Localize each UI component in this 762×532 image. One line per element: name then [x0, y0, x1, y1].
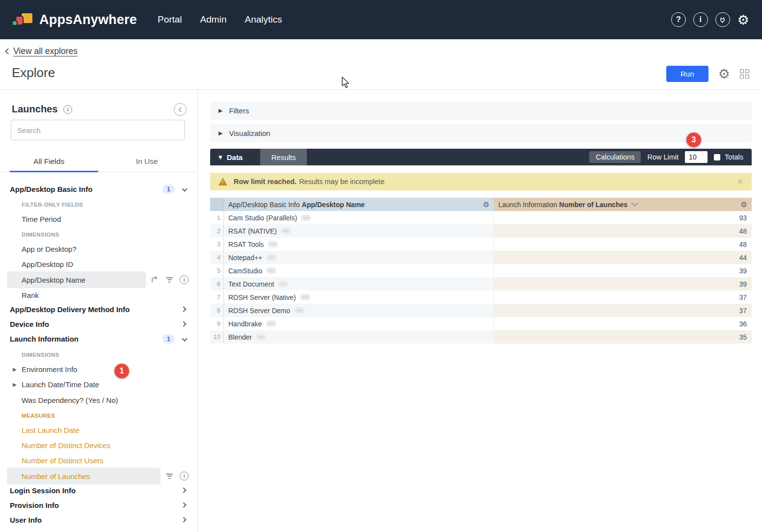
field-info-icon[interactable]: i	[180, 472, 189, 480]
group-delivery-method-info[interactable]: App/Desktop Delivery Method Info	[0, 302, 197, 317]
measure-number-of-launches[interactable]: Number of Launches i	[0, 469, 197, 483]
cell-app-name: RSAT Tools⋯	[224, 238, 494, 251]
section-filter-only-fields: FILTER-ONLY FIELDS	[0, 197, 197, 212]
row-limit-input[interactable]	[685, 151, 708, 163]
table-row[interactable]: 2 RSAT (NATIVE)⋯ 48	[210, 224, 752, 238]
filter-icon[interactable]	[165, 277, 174, 283]
column-header-number-of-launches[interactable]: Launch Information Number of Launches ⚙	[494, 198, 752, 211]
gear-icon[interactable]: ⚙	[737, 13, 749, 27]
calculations-button[interactable]: Calculations	[589, 151, 641, 163]
cell-app-name: Text Document⋯	[224, 277, 494, 291]
group-device-info[interactable]: Device Info	[0, 317, 197, 331]
explore-main-area: ▶ Filters ▶ Visualization ▼ Data Results…	[198, 90, 762, 532]
field-environment-info[interactable]: ▶ Environment Info	[0, 362, 197, 376]
explore-settings-gear-icon[interactable]: ⚙	[718, 67, 730, 80]
field-info-icon[interactable]: i	[180, 275, 189, 284]
plug-icon[interactable]	[715, 12, 730, 27]
cell-app-name: Notepad++⋯	[224, 251, 494, 264]
expand-triangle-icon: ▶	[13, 382, 22, 387]
row-number: 1	[210, 211, 224, 224]
column-header-app-desktop-name[interactable]: App/Desktop Basic Info App/Desktop Name …	[224, 198, 494, 211]
group-app-desktop-basic-info[interactable]: App/Desktop Basic Info 1	[0, 182, 197, 196]
cell-menu-icon[interactable]: ⋯	[266, 267, 276, 274]
field-rank[interactable]: Rank	[0, 288, 197, 302]
top-navbar: AppsAnywhere Portal Admin Analytics ? i …	[0, 0, 762, 39]
results-tab[interactable]: Results	[260, 149, 307, 165]
field-app-desktop-name[interactable]: App/Desktop Name i	[0, 272, 197, 287]
table-row[interactable]: 7 RDSH Server (Native)⋯ 37	[210, 291, 752, 304]
collapse-chevron-icon	[178, 107, 183, 112]
group-provision-info[interactable]: Provision Info	[0, 498, 197, 512]
field-app-desktop-id[interactable]: App/Desktop ID	[0, 257, 197, 271]
row-number: 5	[210, 264, 224, 277]
cell-launches: 48	[494, 224, 752, 238]
pivot-icon[interactable]	[150, 275, 159, 285]
table-row[interactable]: 6 Text Document⋯ 39	[210, 277, 752, 291]
sidebar-collapse-button[interactable]	[174, 103, 187, 116]
tab-all-fields[interactable]: All Fields	[0, 151, 98, 172]
run-button[interactable]: Run	[666, 66, 708, 82]
totals-checkbox[interactable]	[714, 154, 720, 160]
measure-distinct-users[interactable]: Number of Distinct Users	[0, 453, 197, 468]
help-icon[interactable]: ?	[671, 12, 686, 27]
chevron-down-icon	[182, 186, 187, 191]
nav-portal[interactable]: Portal	[158, 14, 182, 25]
section-dimensions: DIMENSIONS	[0, 347, 197, 362]
dashboard-grid-icon[interactable]	[740, 69, 749, 79]
nav-admin[interactable]: Admin	[200, 14, 227, 25]
cell-menu-icon[interactable]: ⋯	[301, 214, 311, 221]
field-search-input[interactable]	[11, 120, 185, 140]
filters-panel[interactable]: ▶ Filters	[210, 102, 752, 120]
cell-menu-icon[interactable]: ⋯	[266, 254, 276, 261]
dismiss-warning-icon[interactable]: ✕	[737, 177, 744, 186]
nav-analytics[interactable]: Analytics	[245, 14, 282, 25]
row-number: 4	[210, 251, 224, 264]
cell-menu-icon[interactable]: ⋯	[256, 334, 266, 340]
data-section-toggle[interactable]: ▼ Data	[218, 153, 243, 161]
table-row[interactable]: 4 Notepad++⋯ 44	[210, 251, 752, 264]
row-limit-warning-banner: ! Row limit reached. Results may be inco…	[210, 173, 752, 190]
table-row[interactable]: 8 RDSH Server Demo⋯ 37	[210, 304, 752, 317]
chevron-right-icon	[181, 502, 186, 507]
table-row[interactable]: 5 CamStudio⋯ 39	[210, 264, 752, 277]
explore-info-icon[interactable]: i	[63, 105, 72, 114]
filter-icon[interactable]	[165, 474, 174, 479]
table-row[interactable]: 3 RSAT Tools⋯ 48	[210, 238, 752, 251]
field-time-period[interactable]: Time Period	[0, 212, 197, 226]
column-gear-icon[interactable]: ⚙	[741, 200, 747, 209]
cell-launches: 48	[494, 238, 752, 251]
annotation-step-1: 1	[114, 364, 129, 378]
cell-menu-icon[interactable]: ⋯	[278, 281, 288, 287]
column-gear-icon[interactable]: ⚙	[483, 200, 490, 209]
group-user-info[interactable]: User Info	[0, 512, 197, 527]
cell-menu-icon[interactable]: ⋯	[281, 228, 291, 234]
group-launch-information[interactable]: Launch Information 1	[0, 331, 197, 346]
info-icon[interactable]: i	[693, 12, 708, 27]
cell-menu-icon[interactable]: ⋯	[266, 320, 276, 327]
cell-launches: 44	[494, 251, 752, 264]
group-login-session-info[interactable]: Login Session Info	[0, 483, 197, 498]
table-row[interactable]: 9 Handbrake⋯ 36	[210, 317, 752, 330]
fields-in-use-badge: 1	[163, 334, 175, 344]
triangle-down-icon: ▼	[218, 155, 222, 160]
brand-title: AppsAnywhere	[39, 12, 137, 27]
measure-distinct-devices[interactable]: Number of Distinct Devices	[0, 438, 197, 452]
row-number: 8	[210, 304, 224, 317]
field-launch-date-time[interactable]: ▶ Launch Date/Time Date	[0, 377, 197, 392]
visualization-panel[interactable]: ▶ Visualization	[210, 124, 752, 142]
field-was-dependency[interactable]: Was Dependency? (Yes / No)	[0, 393, 197, 407]
cell-menu-icon[interactable]: ⋯	[268, 241, 278, 247]
cell-app-name: Cam Studio (Parallels)⋯	[224, 211, 494, 224]
cell-menu-icon[interactable]: ⋯	[300, 294, 310, 300]
table-row[interactable]: 1 Cam Studio (Parallels)⋯ 93	[210, 211, 752, 224]
back-chevron-icon	[5, 48, 11, 54]
view-all-explores-link[interactable]: View all explores	[6, 46, 78, 56]
tab-in-use[interactable]: In Use	[98, 151, 196, 172]
field-picker-sidebar: Launches i All Fields In Use App/Desktop…	[0, 90, 198, 532]
field-app-or-desktop[interactable]: App or Desktop?	[0, 241, 197, 256]
cell-menu-icon[interactable]: ⋯	[294, 307, 304, 314]
measure-last-launch-date[interactable]: Last Launch Date	[0, 423, 197, 437]
table-row[interactable]: 10 Blender⋯ 35	[210, 330, 752, 344]
expand-triangle-icon: ▶	[13, 367, 22, 372]
row-limit-label: Row Limit	[647, 153, 679, 161]
